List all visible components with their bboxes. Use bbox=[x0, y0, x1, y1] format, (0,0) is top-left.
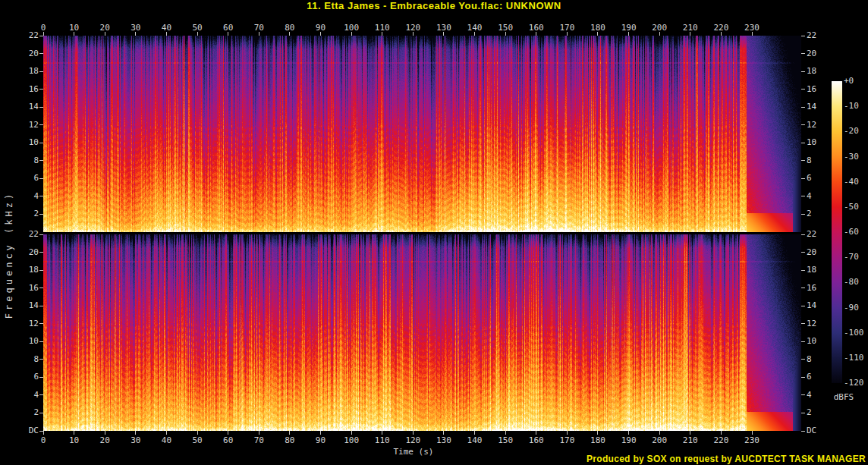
frequency-tick-label: 12 bbox=[807, 319, 834, 328]
frequency-tick-label: 8 bbox=[807, 156, 834, 165]
time-tick-label: 70 bbox=[254, 24, 264, 33]
frequency-tick-label: 4 bbox=[11, 391, 39, 400]
time-tick-mark bbox=[628, 431, 629, 435]
colorbar-tick-label: -80 bbox=[844, 278, 859, 287]
time-tick-label: 200 bbox=[652, 24, 667, 33]
time-tick-mark bbox=[659, 431, 660, 435]
frequency-tick-mark bbox=[801, 377, 805, 378]
time-tick-mark bbox=[752, 431, 753, 435]
time-tick-mark bbox=[74, 431, 74, 435]
time-tick-label: 180 bbox=[590, 24, 605, 33]
frequency-tick-mark bbox=[801, 36, 805, 36]
frequency-tick-label: 10 bbox=[807, 337, 834, 346]
frequency-tick-label: 18 bbox=[11, 67, 39, 76]
colorbar-tick-label: -60 bbox=[844, 228, 859, 237]
frequency-tick-label: 4 bbox=[807, 192, 834, 201]
frequency-tick-label: 10 bbox=[11, 337, 39, 346]
frequency-tick-label: 12 bbox=[11, 121, 39, 130]
frequency-tick-label: 4 bbox=[11, 192, 39, 201]
time-tick-label: 60 bbox=[223, 24, 233, 33]
time-tick-label: 70 bbox=[254, 436, 264, 445]
frequency-tick-label: 2 bbox=[11, 408, 39, 417]
frequency-tick-mark bbox=[801, 71, 805, 72]
time-tick-mark bbox=[197, 431, 198, 435]
frequency-tick-label: 6 bbox=[807, 174, 834, 183]
time-tick-label: 90 bbox=[316, 24, 326, 33]
time-tick-mark bbox=[443, 431, 444, 435]
time-tick-mark bbox=[228, 431, 228, 435]
frequency-tick-mark bbox=[39, 252, 43, 253]
frequency-tick-mark bbox=[39, 234, 43, 235]
frequency-tick-mark bbox=[39, 143, 43, 143]
time-tick-mark bbox=[166, 431, 167, 435]
page-title: 11. Etta James - Embraceable You.flac: U… bbox=[0, 0, 868, 11]
frequency-tick-label: 14 bbox=[807, 301, 834, 310]
frequency-tick-label: 6 bbox=[11, 372, 39, 382]
frequency-tick-label: DC bbox=[807, 426, 834, 435]
frequency-tick-mark bbox=[39, 214, 43, 215]
time-tick-label: 140 bbox=[467, 436, 483, 445]
frequency-tick-label: 8 bbox=[807, 355, 834, 364]
colorbar-unit-label: dBFS bbox=[826, 392, 862, 402]
colorbar-tick-label: -50 bbox=[844, 203, 859, 212]
frequency-tick-label: 16 bbox=[11, 284, 39, 293]
frequency-tick-label: 14 bbox=[807, 102, 834, 112]
spectrogram-panel-channel-1 bbox=[43, 36, 801, 232]
frequency-tick-mark bbox=[801, 394, 805, 395]
frequency-tick-label: 18 bbox=[11, 265, 39, 275]
frequency-tick-mark bbox=[801, 234, 805, 235]
frequency-tick-label: DC bbox=[11, 426, 39, 435]
frequency-tick-mark bbox=[39, 124, 43, 125]
frequency-tick-mark bbox=[39, 36, 43, 36]
frequency-tick-mark bbox=[801, 89, 805, 90]
frequency-tick-mark bbox=[39, 196, 43, 196]
frequency-tick-label: 2 bbox=[11, 209, 39, 218]
frequency-tick-mark bbox=[39, 71, 43, 72]
frequency-tick-mark bbox=[801, 431, 805, 432]
time-tick-label: 60 bbox=[223, 436, 233, 445]
frequency-tick-label: 22 bbox=[11, 31, 39, 40]
frequency-tick-label: 10 bbox=[807, 138, 834, 147]
time-tick-label: 20 bbox=[100, 436, 110, 445]
colorbar-tick-label: -120 bbox=[844, 379, 864, 388]
frequency-tick-label: 20 bbox=[807, 248, 834, 257]
time-axis-title: Time (s) bbox=[357, 447, 470, 457]
time-tick-label: 0 bbox=[41, 436, 46, 445]
frequency-tick-label: 16 bbox=[11, 85, 39, 94]
frequency-tick-label: 12 bbox=[807, 121, 834, 130]
time-tick-label: 120 bbox=[405, 24, 420, 33]
credit-text: Produced by SOX on request by AUCDTECT T… bbox=[587, 454, 866, 464]
frequency-tick-mark bbox=[801, 359, 805, 360]
time-tick-label: 100 bbox=[344, 24, 359, 33]
time-tick-label: 50 bbox=[192, 436, 202, 445]
frequency-tick-label: 16 bbox=[807, 85, 834, 94]
time-tick-label: 130 bbox=[436, 436, 451, 445]
frequency-tick-mark bbox=[39, 306, 43, 306]
time-tick-mark bbox=[413, 431, 414, 435]
spectrogram-image: 11. Etta James - Embraceable You.flac: U… bbox=[0, 0, 868, 465]
frequency-tick-label: 22 bbox=[807, 230, 834, 239]
time-tick-label: 200 bbox=[652, 436, 667, 445]
time-tick-label: 10 bbox=[69, 436, 79, 445]
frequency-tick-mark bbox=[801, 178, 805, 179]
frequency-tick-label: 6 bbox=[11, 174, 39, 183]
frequency-tick-label: 14 bbox=[11, 102, 39, 112]
time-tick-mark bbox=[382, 431, 382, 435]
colorbar-tick-label: -70 bbox=[844, 253, 859, 262]
frequency-tick-mark bbox=[39, 394, 43, 395]
time-tick-mark bbox=[320, 431, 321, 435]
time-tick-mark bbox=[43, 431, 44, 435]
frequency-tick-mark bbox=[801, 287, 805, 288]
colorbar-tick-label: -10 bbox=[844, 102, 859, 111]
time-tick-mark bbox=[505, 431, 506, 435]
frequency-tick-mark bbox=[801, 341, 805, 342]
frequency-tick-mark bbox=[39, 89, 43, 90]
frequency-tick-mark bbox=[39, 413, 43, 413]
frequency-tick-label: 2 bbox=[807, 408, 834, 417]
frequency-tick-mark bbox=[801, 160, 805, 161]
frequency-tick-mark bbox=[801, 306, 805, 306]
frequency-tick-mark bbox=[39, 178, 43, 179]
time-tick-label: 40 bbox=[162, 24, 171, 33]
frequency-tick-label: 12 bbox=[11, 319, 39, 328]
time-tick-label: 130 bbox=[436, 24, 451, 33]
